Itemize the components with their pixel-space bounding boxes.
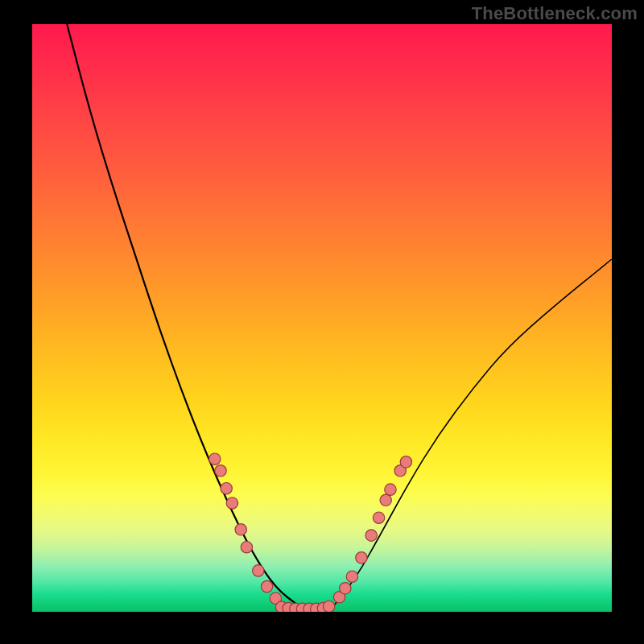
data-point	[241, 542, 252, 553]
data-point	[215, 465, 226, 477]
data-point	[253, 565, 264, 576]
chart-svg	[32, 24, 612, 612]
data-point	[346, 571, 357, 582]
data-point	[235, 524, 246, 535]
data-point	[226, 497, 237, 509]
data-point	[400, 456, 411, 468]
left-curve	[67, 24, 299, 606]
data-point	[221, 483, 232, 494]
data-point	[340, 583, 351, 594]
data-point	[365, 530, 377, 541]
data-point	[209, 453, 221, 464]
chart-frame: TheBottleneck.com	[0, 0, 644, 644]
data-point	[323, 601, 334, 612]
data-point	[385, 484, 396, 495]
data-point	[261, 580, 272, 592]
data-point	[380, 494, 391, 506]
watermark-text: TheBottleneck.com	[472, 3, 638, 24]
plot-area	[32, 24, 612, 612]
data-point	[373, 512, 384, 523]
right-curve	[333, 259, 612, 606]
data-point	[356, 552, 367, 564]
